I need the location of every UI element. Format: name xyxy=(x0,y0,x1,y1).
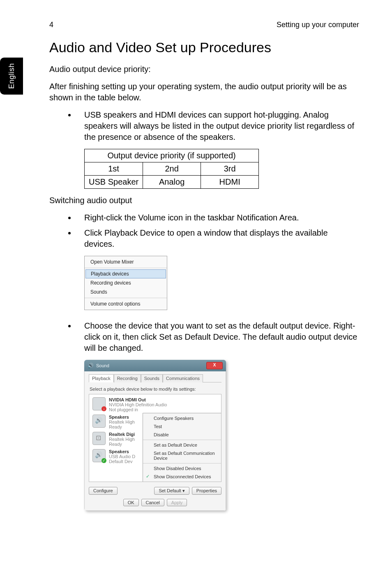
dialog-tabs: Playback Recording Sounds Communications xyxy=(89,374,221,382)
device-status: Ready xyxy=(109,424,142,429)
divider xyxy=(85,298,167,298)
popup-show-disabled[interactable]: Show Disabled Devices xyxy=(143,464,221,473)
page-number: 4 xyxy=(49,21,53,29)
properties-button[interactable]: Properties xyxy=(192,487,221,495)
ctx-open-mixer[interactable]: Open Volume Mixer xyxy=(85,257,167,266)
check-icon: ✓ xyxy=(146,474,150,479)
popup-show-disconnected[interactable]: ✓Show Disconnected Devices xyxy=(143,473,221,481)
hdmi-icon: ↓ xyxy=(92,397,106,410)
table-header-3: 3rd xyxy=(201,162,259,176)
device-sub: USB Audio D xyxy=(109,454,142,459)
dialog-inline-buttons: Configure Set Default ▾ Properties xyxy=(89,487,221,495)
device-name: Speakers xyxy=(109,415,142,419)
dialog-instruction: Select a playback device below to modify… xyxy=(90,387,221,392)
bullet-choose-device: Choose the device that you want to set a… xyxy=(76,320,359,354)
dialog-title: Sound xyxy=(96,363,109,368)
divider xyxy=(143,482,221,482)
default-badge: ✓ xyxy=(101,458,106,463)
sound-dialog-screenshot: 🔊 Sound X Playback Recording Sounds Comm… xyxy=(84,360,226,511)
table-header-2: 2nd xyxy=(143,162,201,176)
intro-paragraph: After finishing setting up your operatin… xyxy=(49,81,359,103)
device-row[interactable]: ↓ NVIDIA HDMI Out NVIDIA High Definition… xyxy=(89,396,221,413)
divider xyxy=(143,440,221,440)
context-menu-screenshot: Open Volume Mixer Playback devices Recor… xyxy=(84,256,167,310)
device-row[interactable]: Speakers Realtek High Ready xyxy=(89,413,147,431)
bullet-list-2: Right-click the Volume icon in the taskb… xyxy=(49,212,359,250)
device-status: Ready xyxy=(109,442,142,447)
device-sub: Realtek High xyxy=(109,419,142,424)
tab-playback[interactable]: Playback xyxy=(89,374,114,382)
ctx-playback-devices[interactable]: Playback devices xyxy=(85,269,166,278)
popup-label: Show Disconnected Devices xyxy=(154,474,211,479)
page: English 4 Setting up your computer Audio… xyxy=(0,0,392,563)
table-cell-1: USB Speaker xyxy=(85,176,143,189)
dialog-bottom-buttons: OK Cancel Apply xyxy=(89,499,221,506)
page-title: Audio and Video Set up Procedures xyxy=(49,39,359,56)
running-head: Setting up your computer xyxy=(277,21,359,29)
speaker-icon xyxy=(92,415,106,428)
ctx-sounds[interactable]: Sounds xyxy=(85,287,167,297)
device-row[interactable]: Realtek Digi Realtek High Ready xyxy=(89,431,147,448)
tab-communications[interactable]: Communications xyxy=(163,374,203,382)
language-tab: English xyxy=(0,58,23,95)
table-caption: Output device priority (if supported) xyxy=(85,149,259,162)
spdif-icon xyxy=(92,432,106,445)
ctx-recording-devices[interactable]: Recording devices xyxy=(85,278,167,287)
device-status: Default Dev xyxy=(109,459,142,464)
ok-button[interactable]: OK xyxy=(123,499,139,506)
bullet-hotplug: USB speakers and HDMI devices can suppor… xyxy=(76,109,359,143)
intro-line: Audio output device priority: xyxy=(49,64,359,75)
cancel-button[interactable]: Cancel xyxy=(141,499,164,506)
table-cell-3: HDMI xyxy=(201,176,259,189)
device-status: Not plugged in xyxy=(109,407,167,412)
bullet-playback: Click Playback Device to open a window t… xyxy=(76,227,359,250)
close-button[interactable]: X xyxy=(206,362,223,369)
device-name: Speakers xyxy=(109,449,142,454)
popup-configure[interactable]: Configure Speakers xyxy=(143,414,221,422)
dialog-titlebar[interactable]: 🔊 Sound X xyxy=(84,360,226,371)
dialog-body: Playback Recording Sounds Communications… xyxy=(84,371,226,511)
ctx-volume-options[interactable]: Volume control options xyxy=(85,299,167,308)
btn-label: Set Default xyxy=(159,488,181,493)
tab-sounds[interactable]: Sounds xyxy=(141,374,163,382)
speaker-icon: ✓ xyxy=(92,449,106,462)
page-header: 4 Setting up your computer xyxy=(49,21,359,29)
device-name: NVIDIA HDMI Out xyxy=(109,397,167,402)
bullet-list-3: Choose the device that you want to set a… xyxy=(49,320,359,354)
device-sub: NVIDIA High Definition Audio xyxy=(109,402,167,407)
priority-table: Output device priority (if supported) 1s… xyxy=(84,149,259,189)
device-row[interactable]: ✓ Speakers USB Audio D Default Dev xyxy=(89,448,147,465)
sound-icon: 🔊 xyxy=(88,363,94,368)
device-name: Realtek Digi xyxy=(109,432,142,437)
unplugged-badge: ↓ xyxy=(101,406,106,411)
popup-disable[interactable]: Disable xyxy=(143,431,221,439)
device-context-menu: Configure Speakers Test Disable Set as D… xyxy=(143,413,221,482)
divider xyxy=(143,463,221,463)
configure-button[interactable]: Configure xyxy=(89,487,118,495)
tab-recording[interactable]: Recording xyxy=(114,374,141,382)
bullet-rightclick: Right-click the Volume icon in the taskb… xyxy=(76,212,359,223)
bullet-list-1: USB speakers and HDMI devices can suppor… xyxy=(49,109,359,143)
device-sub: Realtek High xyxy=(109,437,142,442)
popup-set-default[interactable]: Set as Default Device xyxy=(143,441,221,449)
table-header-1: 1st xyxy=(85,162,143,176)
section2-heading: Switching audio output xyxy=(49,195,359,206)
chevron-down-icon: ▾ xyxy=(182,488,185,493)
apply-button[interactable]: Apply xyxy=(167,499,187,506)
table-cell-2: Analog xyxy=(143,176,201,189)
divider xyxy=(85,268,167,268)
popup-set-default-comm[interactable]: Set as Default Communication Device xyxy=(143,449,221,462)
popup-test[interactable]: Test xyxy=(143,422,221,431)
set-default-button[interactable]: Set Default ▾ xyxy=(154,487,189,495)
device-listbox[interactable]: ↓ NVIDIA HDMI Out NVIDIA High Definition… xyxy=(89,394,221,482)
